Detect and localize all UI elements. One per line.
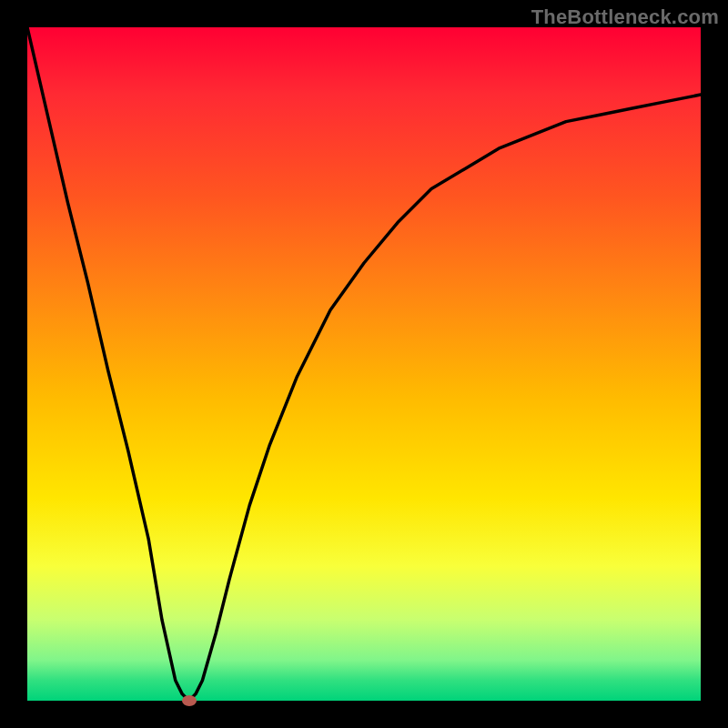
bottleneck-curve xyxy=(27,27,701,701)
curve-path xyxy=(27,27,701,701)
plot-area xyxy=(27,27,701,701)
chart-wrapper: TheBottleneck.com xyxy=(0,0,728,728)
min-point-marker xyxy=(182,695,197,706)
watermark-text: TheBottleneck.com xyxy=(531,5,719,29)
